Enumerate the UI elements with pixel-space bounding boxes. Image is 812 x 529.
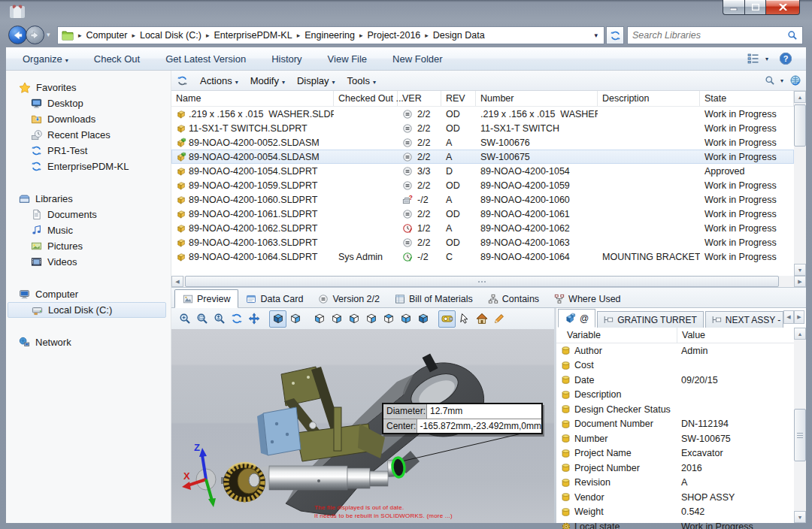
title-bar[interactable] — [0, 0, 812, 23]
refresh-button[interactable] — [606, 26, 624, 44]
variable-row[interactable]: Project NameExcavator — [556, 446, 794, 461]
preview-viewport[interactable]: Diameter:12.7mm Center:-165.872mm,-23.49… — [171, 329, 554, 523]
breadcrumb-item[interactable]: Computer — [86, 30, 128, 41]
markup-button[interactable] — [490, 310, 508, 328]
file-row[interactable]: .219 x .156 x .015 WASHER.SLDPRT2/2OD.21… — [171, 107, 794, 121]
file-row[interactable]: 89-NOAO-4200-1062.SLDPRT1/2A89-NOAO-4200… — [171, 221, 794, 235]
tab-contains[interactable]: Contains — [480, 289, 547, 308]
command-history[interactable]: History — [271, 53, 301, 65]
file-row[interactable]: 11-SX1-T SWITCH.SLDPRT2/2OD11-SX1-T SWIT… — [171, 121, 794, 135]
search-input[interactable] — [628, 30, 783, 41]
maximize-button[interactable] — [744, 0, 765, 15]
back-button[interactable] — [8, 26, 27, 44]
column-header[interactable]: Checked Out ... — [334, 91, 398, 106]
pan-button[interactable] — [245, 310, 262, 328]
select-button[interactable] — [456, 310, 473, 328]
command-check-out[interactable]: Check Out — [94, 53, 140, 65]
panel-scrollbar[interactable]: ▲ ▼ — [794, 328, 806, 523]
file-row[interactable]: 89-NOAO-4200-1059.SLDPRT2/2OD89-NOAO-420… — [171, 178, 794, 192]
breadcrumb-item[interactable]: Local Disk (C:) — [140, 30, 201, 41]
scrollbar-thumb[interactable] — [185, 276, 779, 287]
scroll-left-icon[interactable]: ◀ — [171, 276, 183, 287]
shaded-button[interactable] — [269, 310, 286, 328]
scroll-up-icon[interactable]: ▲ — [794, 91, 806, 103]
column-header[interactable]: REV — [441, 91, 476, 106]
data-tab-grating-turret[interactable]: GRATING TURRET — [597, 311, 704, 328]
scroll-right-icon[interactable]: ▶ — [794, 276, 806, 287]
file-row[interactable]: 89-NOAO-4200-1060.SLDPRT?-/2A89-NOAO-420… — [171, 192, 794, 207]
column-header[interactable]: State — [700, 91, 794, 106]
view-iso-button[interactable] — [414, 310, 432, 328]
file-row[interactable]: 89-NOAO-4200-1064.SLDPRTSys Admin-/2C89-… — [171, 249, 794, 264]
breadcrumb-item[interactable]: EnterprisePDM-KL — [214, 30, 292, 41]
file-row[interactable]: 89-NOAO-4200-0054.SLDASM2/2ASW-100675Wor… — [171, 150, 794, 164]
command-new-folder[interactable]: New Folder — [392, 53, 442, 65]
tab-version-2-2[interactable]: Version 2/2 — [311, 289, 387, 308]
sidebar-item-pictures[interactable]: Pictures — [6, 238, 171, 254]
variable-row[interactable]: Date09/20/15 — [556, 373, 794, 388]
breadcrumb-dropdown-icon[interactable]: ▾ — [588, 32, 604, 39]
column-header[interactable]: Number — [476, 91, 598, 106]
variable-row[interactable]: Local stateWork in Progress — [556, 519, 794, 529]
sidebar-item-pr1-test[interactable]: PR1-Test — [6, 143, 171, 159]
zoom-area-button[interactable] — [193, 310, 211, 328]
sidebar-item-enterprisepdm-kl[interactable]: EnterprisePDM-KL — [6, 159, 171, 174]
search-box[interactable] — [627, 26, 803, 44]
scrollbar-thumb[interactable] — [794, 104, 806, 147]
command-organize[interactable]: Organize▾ — [23, 53, 68, 65]
menu-modify[interactable]: Modify▾ — [250, 75, 285, 86]
data-tab-card[interactable]: @ — [558, 309, 595, 328]
scroll-down-icon[interactable]: ▼ — [794, 511, 806, 523]
sidebar-item-music[interactable]: Music — [6, 222, 171, 238]
menu-display[interactable]: Display▾ — [297, 75, 335, 86]
rotate-button[interactable] — [228, 310, 245, 328]
view-top-button[interactable] — [380, 310, 397, 328]
horizontal-scrollbar[interactable]: ◀ ▶ — [171, 276, 806, 287]
change-view-button[interactable]: ▾ — [747, 53, 768, 64]
scroll-down-icon[interactable]: ▼ — [794, 264, 806, 276]
list-search-button[interactable]: ▾ — [765, 75, 783, 86]
help-button[interactable]: ? — [779, 52, 792, 65]
vertical-scrollbar[interactable]: ▲ ▼ — [794, 91, 806, 276]
view-right-button[interactable] — [362, 310, 380, 328]
variable-row[interactable]: AuthorAdmin — [556, 343, 794, 358]
forward-button[interactable] — [26, 26, 44, 44]
list-column-headers[interactable]: NameChecked Out ...VERREVNumberDescripti… — [171, 91, 794, 107]
variable-row[interactable]: Weight0.542 — [556, 505, 794, 520]
sidebar-section-network[interactable]: Network — [6, 334, 171, 350]
file-row[interactable]: 89-NOAO-4200-1054.SLDPRT3/3D89-NOAO-4200… — [171, 164, 794, 178]
sidebar-item-desktop[interactable]: Desktop — [6, 95, 171, 111]
data-tab-next-assy-h[interactable]: NEXT ASSY - H — [705, 311, 783, 328]
sidebar-section-libraries[interactable]: Libraries — [6, 191, 171, 207]
minimize-button[interactable] — [723, 0, 744, 15]
breadcrumb-item[interactable]: Design Data — [433, 30, 485, 41]
sidebar-item-recent-places[interactable]: Recent Places — [6, 127, 171, 143]
column-header[interactable]: Name — [171, 91, 334, 106]
zoom-fit-button[interactable] — [176, 310, 193, 328]
variable-row[interactable]: RevisionA — [556, 476, 794, 491]
column-header[interactable]: VER — [398, 91, 441, 106]
tab-scroll-right-icon[interactable]: ▶ — [794, 310, 804, 324]
view-front-button[interactable] — [311, 310, 328, 328]
variable-row[interactable]: VendorSHOP ASSY — [556, 490, 794, 505]
view-bottom-button[interactable] — [397, 310, 414, 328]
command-get-latest-version[interactable]: Get Latest Version — [165, 53, 246, 65]
search-icon[interactable] — [783, 30, 802, 41]
draft-button[interactable] — [286, 310, 304, 328]
home-button[interactable] — [473, 310, 490, 328]
close-button[interactable] — [765, 0, 800, 15]
variable-row[interactable]: Project Number2016 — [556, 461, 794, 476]
sidebar-item-documents[interactable]: Documents — [6, 207, 171, 222]
tab-bill-of-materials[interactable]: Bill of Materials — [387, 289, 480, 308]
variable-row[interactable]: Document NumberDN-112194 — [556, 417, 794, 432]
view-left-button[interactable] — [345, 310, 362, 328]
variable-row[interactable]: Cost — [556, 358, 794, 373]
scroll-up-icon[interactable]: ▲ — [794, 328, 806, 340]
nav-dropdown-icon[interactable]: ▾ — [47, 31, 50, 38]
sidebar-item-downloads[interactable]: Downloads — [6, 111, 171, 127]
variable-row[interactable]: Description — [556, 388, 794, 403]
breadcrumb[interactable]: ▸Computer▸Local Disk (C:)▸EnterprisePDM-… — [57, 26, 604, 44]
menu-actions[interactable]: Actions▾ — [200, 75, 238, 86]
command-view-file[interactable]: View File — [328, 53, 368, 65]
view-back-button[interactable] — [328, 310, 345, 328]
